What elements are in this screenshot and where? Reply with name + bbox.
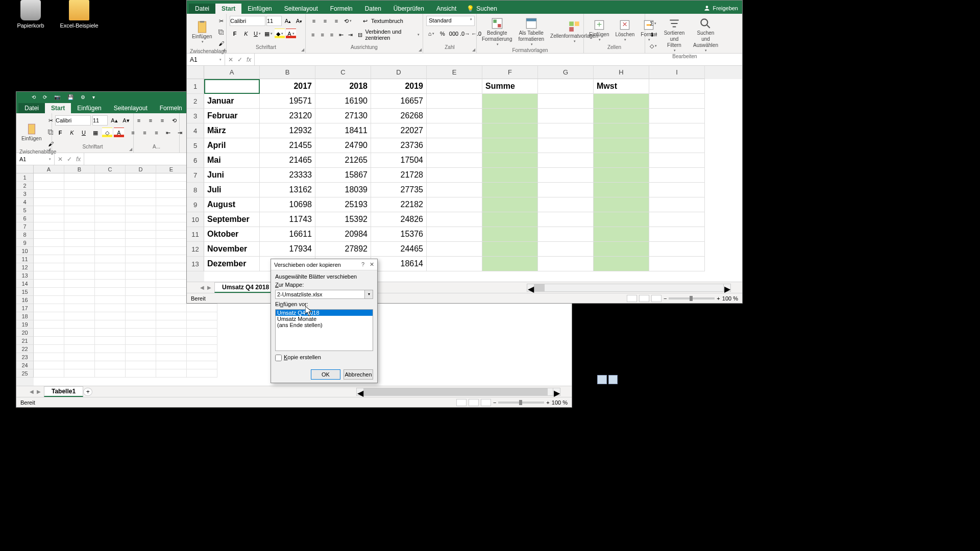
- cell[interactable]: [649, 153, 705, 168]
- italic-button-back[interactable]: K: [67, 128, 77, 138]
- bold-button[interactable]: F: [230, 29, 240, 39]
- cell[interactable]: [649, 79, 705, 94]
- listbox-item[interactable]: Umsatz Q4 2018: [276, 310, 373, 316]
- cell[interactable]: August: [204, 197, 260, 212]
- col-header[interactable]: F: [482, 66, 538, 79]
- cell[interactable]: 18039: [315, 183, 371, 197]
- tab-view[interactable]: Ansicht: [430, 4, 462, 14]
- col-header[interactable]: H: [594, 66, 649, 79]
- cell[interactable]: [649, 227, 705, 242]
- cell[interactable]: Mai: [204, 153, 260, 168]
- cell[interactable]: Oktober: [204, 227, 260, 242]
- to-book-select[interactable]: 2-Umsatzliste.xlsx▾: [275, 290, 373, 299]
- cell[interactable]: 23333: [260, 168, 315, 183]
- autosum-icon[interactable]: Σ▾: [648, 18, 658, 29]
- cell[interactable]: [538, 168, 594, 183]
- increase-font-icon[interactable]: A▴: [109, 115, 119, 126]
- normal-view-icon[interactable]: [627, 295, 637, 302]
- cell[interactable]: [538, 257, 594, 271]
- cell[interactable]: 23736: [371, 138, 427, 153]
- clear-icon[interactable]: ◇▾: [648, 41, 658, 51]
- border-button[interactable]: ▦▾: [263, 29, 274, 39]
- cell[interactable]: [427, 138, 482, 153]
- page-layout-view-icon[interactable]: [469, 399, 479, 406]
- cell[interactable]: [427, 183, 482, 197]
- cell[interactable]: [427, 153, 482, 168]
- row-header[interactable]: 2: [187, 94, 204, 109]
- fill-color-button[interactable]: ◆▾: [275, 29, 285, 39]
- cell[interactable]: [482, 153, 538, 168]
- tab-formulas[interactable]: Formeln: [324, 4, 359, 14]
- cell[interactable]: [482, 123, 538, 138]
- cell[interactable]: 11743: [260, 212, 315, 227]
- tab-file[interactable]: Datei: [189, 4, 215, 14]
- cell[interactable]: 15867: [315, 168, 371, 183]
- cell[interactable]: [538, 109, 594, 123]
- cell[interactable]: [649, 123, 705, 138]
- page-layout-view-icon[interactable]: [639, 295, 649, 302]
- row-header[interactable]: 7: [187, 168, 204, 183]
- fill-icon[interactable]: ⬇▾: [648, 30, 658, 40]
- cell[interactable]: [594, 242, 649, 257]
- cell[interactable]: 2019: [371, 79, 427, 94]
- tab-data[interactable]: Daten: [359, 4, 387, 14]
- tell-me-search[interactable]: 💡Suchen: [462, 4, 501, 14]
- col-header[interactable]: G: [538, 66, 594, 79]
- cell[interactable]: 27130: [315, 109, 371, 123]
- cell[interactable]: [649, 197, 705, 212]
- cell[interactable]: 15392: [315, 212, 371, 227]
- cell[interactable]: 18614: [371, 257, 427, 271]
- cell[interactable]: 21465: [260, 153, 315, 168]
- cell[interactable]: 23120: [260, 109, 315, 123]
- paste-button[interactable]: Einfügen▾: [190, 19, 214, 45]
- page-break-view-icon[interactable]: [651, 295, 662, 302]
- cell[interactable]: [427, 257, 482, 271]
- copy-icon[interactable]: ⿻: [216, 27, 226, 37]
- tab-insert[interactable]: Einfügen: [241, 4, 278, 14]
- cell[interactable]: [482, 168, 538, 183]
- row-header[interactable]: 1: [187, 79, 204, 94]
- cancel-button[interactable]: Abbrechen: [344, 369, 373, 380]
- worksheet-grid[interactable]: 12345678910111213 ABCDEFGHI 201720182019…: [187, 66, 742, 282]
- size-select[interactable]: [266, 16, 282, 26]
- number-format-select[interactable]: Standard▾: [426, 16, 475, 26]
- cell[interactable]: [649, 212, 705, 227]
- cell[interactable]: [649, 257, 705, 271]
- row-header[interactable]: 11: [187, 227, 204, 242]
- col-header[interactable]: A: [204, 66, 260, 79]
- increase-indent-icon[interactable]: ⇥: [347, 30, 355, 40]
- normal-view-icon[interactable]: [456, 399, 467, 406]
- col-header[interactable]: D: [371, 66, 427, 79]
- cell[interactable]: [538, 94, 594, 109]
- cell[interactable]: 22182: [371, 197, 427, 212]
- sheet-nav-prev[interactable]: ◀: [200, 285, 204, 290]
- cell[interactable]: [538, 227, 594, 242]
- cell[interactable]: [538, 79, 594, 94]
- cell[interactable]: [427, 123, 482, 138]
- cell[interactable]: [594, 183, 649, 197]
- row-header[interactable]: 6: [187, 153, 204, 168]
- cell[interactable]: Februar: [204, 109, 260, 123]
- cell[interactable]: [482, 197, 538, 212]
- copy-checkbox-label[interactable]: Kopie erstellen: [275, 354, 321, 360]
- cell[interactable]: Dezember: [204, 257, 260, 271]
- listbox-item[interactable]: (ans Ende stellen): [276, 322, 373, 328]
- row-header[interactable]: 3: [187, 109, 204, 123]
- cell[interactable]: 27892: [315, 242, 371, 257]
- cell[interactable]: [538, 212, 594, 227]
- zoom-value[interactable]: 100 %: [722, 295, 738, 302]
- tab-review[interactable]: Überprüfen: [387, 4, 430, 14]
- font-select[interactable]: [230, 16, 265, 26]
- underline-button[interactable]: U▾: [252, 29, 262, 39]
- tab-file-back[interactable]: Datei: [18, 103, 45, 113]
- listbox-item[interactable]: Umsatz Monate: [276, 316, 373, 322]
- row-header[interactable]: 4: [187, 123, 204, 138]
- cell[interactable]: [538, 138, 594, 153]
- ok-button[interactable]: OK: [311, 369, 340, 380]
- row-header[interactable]: 12: [187, 242, 204, 257]
- cell[interactable]: [482, 212, 538, 227]
- cell[interactable]: [594, 227, 649, 242]
- name-box[interactable]: A1▾: [187, 54, 225, 65]
- cell[interactable]: 13162: [260, 183, 315, 197]
- sort-filter-button[interactable]: Sortieren und Filtern▾: [660, 16, 688, 54]
